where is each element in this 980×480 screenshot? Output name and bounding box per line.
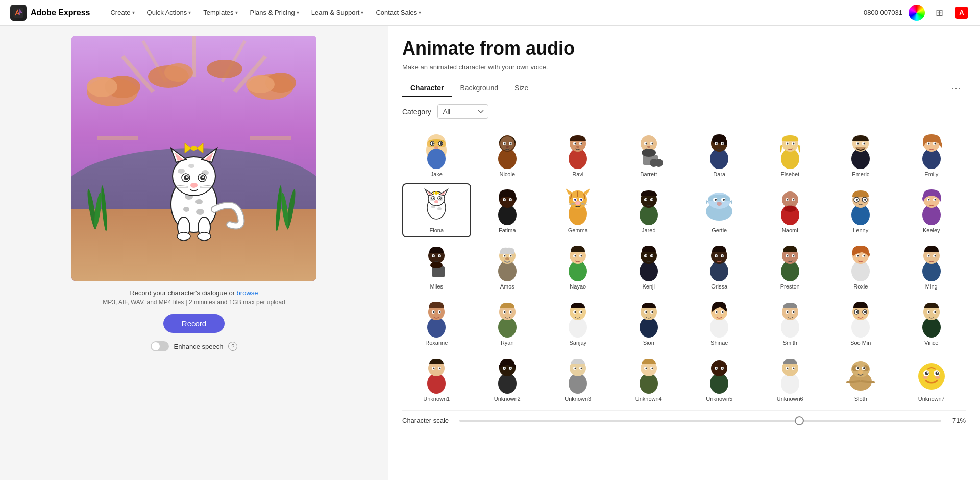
- svg-point-342: [923, 376, 928, 379]
- nav-learn-support[interactable]: Learn & Support ▾: [306, 6, 369, 19]
- char-card-unknown7[interactable]: Unknown7: [897, 352, 966, 406]
- nav-create[interactable]: Create ▾: [105, 6, 139, 19]
- char-card-sion[interactable]: Sion: [615, 296, 683, 350]
- svg-point-66: [440, 142, 442, 145]
- char-name-dara: Dara: [713, 171, 725, 177]
- adobe-button[interactable]: A: [953, 5, 970, 21]
- char-card-unknown5[interactable]: Unknown5: [685, 352, 754, 406]
- nav-templates[interactable]: Templates ▾: [198, 6, 242, 19]
- svg-point-317: [722, 368, 724, 369]
- char-card-vince[interactable]: Vince: [897, 296, 966, 350]
- char-card-miles[interactable]: Miles: [402, 239, 471, 294]
- svg-point-116: [928, 143, 929, 145]
- char-card-ravi[interactable]: Ravi: [544, 127, 612, 181]
- char-card-unknown6[interactable]: Unknown6: [756, 352, 825, 406]
- char-card-gemma[interactable]: Gemma: [544, 183, 612, 237]
- svg-point-214: [645, 255, 647, 257]
- char-name-fatima: Fatima: [499, 227, 516, 233]
- svg-point-331: [863, 367, 865, 369]
- char-card-emily[interactable]: Emily: [897, 127, 966, 181]
- char-card-unknown4[interactable]: Unknown4: [615, 352, 683, 406]
- char-card-soomin[interactable]: Soo Min: [826, 296, 895, 350]
- tab-more-button[interactable]: ⋯: [946, 79, 966, 97]
- char-avatar-barrett: [630, 132, 667, 169]
- svg-point-233: [864, 255, 865, 257]
- char-card-sanjay[interactable]: Sanjay: [544, 296, 612, 350]
- char-name-vince: Vince: [924, 340, 938, 346]
- nav-contact-sales[interactable]: Contact Sales ▾: [371, 6, 426, 19]
- char-name-unknown3: Unknown3: [565, 396, 591, 402]
- char-card-jake[interactable]: Jake: [402, 127, 471, 181]
- char-card-preston[interactable]: Preston: [756, 239, 825, 294]
- char-card-dara[interactable]: Dara: [685, 127, 754, 181]
- char-card-lenny[interactable]: Lenny: [826, 183, 895, 237]
- svg-line-333: [847, 381, 860, 382]
- char-name-jared: Jared: [642, 227, 656, 233]
- nav-plans-pricing[interactable]: Plans & Pricing ▾: [245, 6, 304, 19]
- svg-point-335: [918, 363, 945, 390]
- char-card-shinae[interactable]: Shinae: [685, 296, 754, 350]
- browse-link[interactable]: browse: [237, 289, 258, 297]
- char-card-roxie[interactable]: Roxie: [826, 239, 895, 294]
- char-avatar-preston: [772, 245, 808, 281]
- char-card-keeley[interactable]: Keeley: [897, 183, 966, 237]
- svg-point-310: [645, 368, 647, 369]
- char-card-fiona[interactable]: Fiona: [402, 183, 471, 237]
- logo[interactable]: Adobe Express: [10, 5, 90, 21]
- char-card-unknown3[interactable]: Unknown3: [544, 352, 612, 406]
- record-button[interactable]: Record: [163, 314, 225, 333]
- char-avatar-ming: [913, 245, 950, 281]
- char-card-ming[interactable]: Ming: [897, 239, 966, 294]
- char-card-nicole[interactable]: Nicole: [473, 127, 542, 181]
- tab-background[interactable]: Background: [452, 80, 506, 97]
- char-card-unknown1[interactable]: Unknown1: [402, 352, 471, 406]
- char-avatar-lenny: [842, 188, 879, 225]
- char-card-amos[interactable]: Amos: [473, 239, 542, 294]
- svg-point-313: [711, 360, 727, 376]
- char-card-orissa[interactable]: Orissa: [685, 239, 754, 294]
- avatar-button[interactable]: [909, 5, 925, 21]
- contact-chevron-icon: ▾: [419, 10, 421, 15]
- plans-chevron-icon: ▾: [297, 10, 299, 15]
- char-card-nayao[interactable]: Nayao: [544, 239, 612, 294]
- svg-marker-145: [582, 188, 590, 195]
- char-avatar-fiona: [418, 188, 455, 225]
- svg-point-292: [433, 368, 435, 369]
- nav-quick-actions[interactable]: Quick Actions ▾: [142, 6, 197, 19]
- enhance-toggle[interactable]: [151, 341, 169, 351]
- svg-point-183: [864, 199, 866, 201]
- enhance-label: Enhance speech: [174, 343, 224, 350]
- svg-point-202: [510, 255, 511, 257]
- char-card-barrett[interactable]: Barrett: [615, 127, 683, 181]
- scale-value: 71%: [947, 417, 966, 424]
- svg-point-40: [188, 164, 194, 168]
- char-card-fatima[interactable]: Fatima: [473, 183, 542, 237]
- char-card-smith[interactable]: Smith: [756, 296, 825, 350]
- char-card-emeric[interactable]: Emeric: [826, 127, 895, 181]
- char-card-sloth[interactable]: Sloth: [826, 352, 895, 406]
- svg-point-305: [581, 368, 582, 369]
- char-avatar-unknown4: [630, 357, 667, 394]
- char-card-gertie[interactable]: Gertie: [685, 183, 754, 237]
- tab-character[interactable]: Character: [402, 80, 452, 97]
- char-name-barrett: Barrett: [640, 171, 657, 177]
- category-select[interactable]: All Human Animal Fantasy: [437, 104, 488, 119]
- svg-point-152: [580, 199, 582, 201]
- char-avatar-miles: [418, 245, 455, 281]
- apps-button[interactable]: ⊞: [931, 5, 947, 21]
- char-name-miles: Miles: [430, 283, 443, 290]
- help-icon[interactable]: ?: [228, 342, 237, 351]
- char-card-roxanne[interactable]: Roxanne: [402, 296, 471, 350]
- char-card-naomi[interactable]: Naomi: [756, 183, 825, 237]
- char-card-unknown2[interactable]: Unknown2: [473, 352, 542, 406]
- tab-size[interactable]: Size: [506, 80, 536, 97]
- char-avatar-ryan: [489, 301, 526, 338]
- char-card-ryan[interactable]: Ryan: [473, 296, 542, 350]
- char-card-elsebet[interactable]: Elsebet: [756, 127, 825, 181]
- svg-point-135: [437, 207, 442, 210]
- scale-slider[interactable]: [459, 420, 941, 422]
- char-card-kenji[interactable]: Kenji: [615, 239, 683, 294]
- svg-point-17: [207, 60, 242, 78]
- char-card-jared[interactable]: Jared: [615, 183, 683, 237]
- svg-point-226: [787, 255, 788, 257]
